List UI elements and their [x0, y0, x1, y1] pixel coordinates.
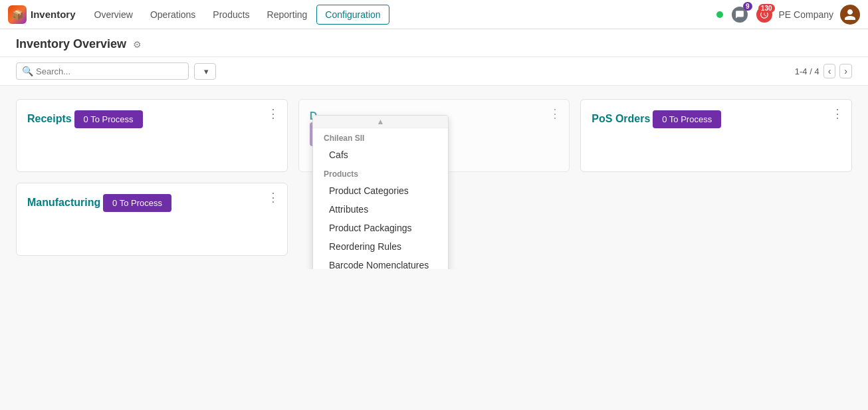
menu-item-reordering-rules[interactable]: Reordering Rules — [313, 237, 448, 256]
card-pos-orders-title: PoS Orders — [592, 113, 650, 124]
nav-item-configuration[interactable]: Configuration — [316, 5, 389, 25]
logo-icon: 📦 — [8, 5, 27, 24]
app-name: Inventory — [31, 9, 76, 20]
section-label-products: Products — [313, 164, 448, 181]
nav-item-reporting[interactable]: Reporting — [259, 5, 316, 24]
card-manufacturing-menu[interactable]: ⋮ — [267, 191, 279, 203]
filter-dropdown[interactable]: ▾ — [194, 63, 216, 80]
card-manufacturing-title: Manufacturing — [27, 197, 100, 208]
page-header: Inventory Overview ⚙ — [0, 29, 868, 57]
main-content: Receipts ⋮ 0 To Process D... ⋮ PoS Order… — [0, 86, 868, 269]
card-manufacturing-btn[interactable]: 0 To Process — [103, 194, 171, 212]
timer-button[interactable]: 130 — [756, 7, 772, 23]
timer-badge: 130 — [758, 4, 775, 13]
user-avatar[interactable] — [840, 5, 860, 25]
nav-menu: Overview Operations Products Reporting C… — [86, 5, 716, 25]
nav-item-overview[interactable]: Overview — [86, 5, 141, 24]
card-pos-orders: PoS Orders ⋮ 0 To Process — [580, 99, 852, 172]
configuration-dropdown: ▲ Chilean SII Cafs Products Product Cate… — [312, 115, 449, 269]
card-receipts-title: Receipts — [27, 113, 72, 124]
pagination: 1-4 / 4 ‹ › — [795, 64, 852, 78]
search-bar-row: 🔍 ▾ 1-4 / 4 ‹ › — [0, 57, 868, 86]
scroll-up-indicator: ▲ — [313, 116, 448, 128]
search-icon: 🔍 — [22, 66, 33, 76]
scroll-up-arrow: ▲ — [377, 117, 385, 126]
search-input[interactable] — [36, 66, 183, 76]
nav-item-operations[interactable]: Operations — [142, 5, 203, 24]
page-title: Inventory Overview — [16, 37, 126, 51]
status-dot — [716, 11, 723, 18]
nav-item-products[interactable]: Products — [205, 5, 257, 24]
messages-button[interactable]: 9 — [730, 5, 750, 25]
menu-item-cafs[interactable]: Cafs — [313, 146, 448, 164]
card-receipts: Receipts ⋮ 0 To Process — [16, 99, 288, 172]
menu-item-product-packagings[interactable]: Product Packagings — [313, 219, 448, 237]
section-label-chilean-sii: Chilean SII — [313, 128, 448, 146]
menu-item-barcode-nomenclatures[interactable]: Barcode Nomenclatures — [313, 256, 448, 269]
pagination-text: 1-4 / 4 — [795, 66, 819, 76]
menu-item-product-categories[interactable]: Product Categories — [313, 181, 448, 200]
card-pos-orders-btn[interactable]: 0 To Process — [653, 110, 721, 128]
next-page-button[interactable]: › — [839, 64, 852, 78]
message-badge: 9 — [743, 2, 752, 11]
prev-page-button[interactable]: ‹ — [823, 64, 836, 78]
top-navigation: 📦 Inventory Overview Operations Products… — [0, 0, 868, 29]
app-logo[interactable]: 📦 Inventory — [8, 5, 76, 24]
card-receipts-btn[interactable]: 0 To Process — [74, 110, 143, 128]
card-deliveries-menu[interactable]: ⋮ — [549, 108, 561, 120]
card-receipts-menu[interactable]: ⋮ — [267, 108, 279, 120]
card-pos-orders-menu[interactable]: ⋮ — [831, 108, 843, 120]
settings-gear-icon[interactable]: ⚙ — [133, 39, 142, 50]
company-name[interactable]: PE Company — [779, 9, 833, 20]
chevron-down-icon: ▾ — [204, 66, 209, 76]
card-manufacturing: Manufacturing ⋮ 0 To Process — [16, 183, 288, 256]
menu-item-attributes[interactable]: Attributes — [313, 200, 448, 219]
topnav-right: 9 130 PE Company — [716, 5, 860, 25]
search-wrapper: 🔍 — [16, 62, 189, 80]
